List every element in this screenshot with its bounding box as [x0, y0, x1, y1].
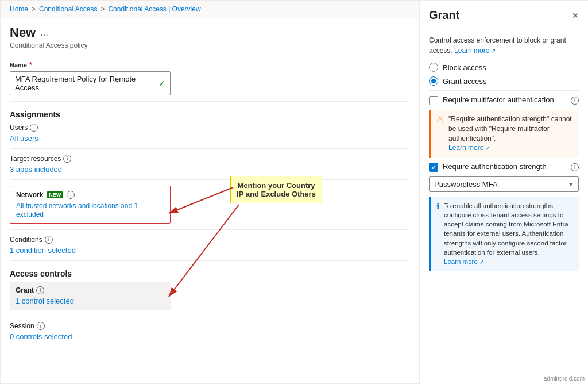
users-label: Users i	[10, 124, 409, 132]
session-info-icon[interactable]: i	[37, 322, 45, 330]
require-mfa-label: Require multifactor authentication	[443, 95, 554, 105]
new-badge: NEW	[47, 191, 63, 198]
breadcrumb-sep1: >	[32, 5, 36, 13]
divider-1	[10, 101, 409, 102]
annotation-box: Mention your Country IP and Exclude Othe…	[230, 176, 322, 203]
assignments-title: Assignments	[10, 110, 409, 119]
network-value[interactable]: All trusted networks and locations and 1…	[16, 202, 138, 218]
breadcrumb: Home > Conditional Access > Conditional …	[1, 1, 419, 18]
session-value[interactable]: 0 controls selected	[10, 332, 72, 341]
required-star: *	[29, 61, 32, 69]
warning-box-inner: ⚠ "Require authentication strength" cann…	[436, 114, 573, 153]
network-info-icon[interactable]: i	[67, 191, 75, 199]
learn-more-link-1[interactable]: Learn more	[454, 47, 496, 55]
name-input-box[interactable]: MFA Requirement Policy for Remote Access…	[10, 71, 171, 95]
info-box: ℹ To enable all authentication strengths…	[429, 197, 579, 271]
page-subtitle: Conditional Access policy	[10, 41, 409, 49]
passwordless-mfa-dropdown[interactable]: Passwordless MFA ▼	[429, 176, 579, 192]
grant-box[interactable]: Grant i 1 control selected	[10, 282, 171, 310]
users-value[interactable]: All users	[10, 134, 38, 143]
dropdown-value: Passwordless MFA	[434, 180, 498, 189]
check-icon: ✓	[158, 79, 165, 88]
warning-text: "Require authentication strength" cannot…	[448, 114, 573, 153]
divider-4	[10, 229, 409, 230]
target-info-icon[interactable]: i	[63, 155, 71, 163]
target-resources-value[interactable]: 3 apps included	[10, 165, 62, 174]
warning-icon: ⚠	[436, 115, 444, 153]
footer-credit: admindroid.com	[544, 375, 585, 382]
breadcrumb-overview: Conditional Access | Overview	[108, 5, 200, 13]
breadcrumb-conditional-access[interactable]: Conditional Access	[39, 5, 97, 13]
require-mfa-row[interactable]: Require multifactor authentication i	[429, 95, 579, 105]
panel-desc: Control access enforcement to block or g…	[429, 35, 579, 56]
conditions-value[interactable]: 1 condition selected	[10, 246, 76, 255]
block-access-radio[interactable]	[429, 63, 438, 72]
users-info-icon[interactable]: i	[30, 124, 38, 132]
info-learn-more[interactable]: Learn more	[444, 258, 484, 265]
info-blue-icon: ℹ	[436, 202, 439, 266]
page-ellipsis[interactable]: ...	[40, 28, 48, 38]
divider-7	[10, 347, 409, 347]
breadcrumb-home[interactable]: Home	[10, 5, 28, 13]
block-access-row[interactable]: Block access	[429, 63, 579, 72]
page-title: New	[10, 25, 36, 40]
form-content: Name * MFA Requirement Policy for Remote…	[1, 54, 419, 384]
grant-info-icon[interactable]: i	[36, 286, 44, 294]
require-auth-strength-row[interactable]: Require authentication strength i	[429, 162, 579, 172]
require-auth-strength-checkbox[interactable]	[429, 163, 438, 172]
conditions-info-icon[interactable]: i	[45, 236, 53, 244]
network-box[interactable]: Network NEW i All trusted networks and l…	[10, 186, 171, 224]
auth-strength-info-icon[interactable]: i	[571, 163, 579, 171]
breadcrumb-sep2: >	[100, 5, 105, 13]
panel-divider	[429, 90, 579, 91]
grant-access-radio[interactable]	[429, 76, 438, 86]
grant-value[interactable]: 1 control selected	[16, 297, 74, 305]
require-mfa-info-icon[interactable]: i	[571, 97, 579, 105]
conditions-label: Conditions i	[10, 236, 409, 244]
block-access-label: Block access	[443, 63, 486, 72]
grant-box-label: Grant i	[16, 286, 165, 294]
dropdown-arrow-icon: ▼	[568, 181, 574, 187]
session-box: Session i 0 controls selected	[10, 322, 171, 341]
access-controls-title: Access controls	[10, 269, 409, 278]
info-box-inner: ℹ To enable all authentication strengths…	[436, 201, 573, 266]
right-panel: Grant ✕ Control access enforcement to bl…	[419, 0, 588, 384]
divider-3	[10, 179, 409, 180]
panel-body: Control access enforcement to block or g…	[420, 28, 588, 384]
require-auth-strength-label: Require authentication strength	[443, 162, 547, 172]
name-input-value[interactable]: MFA Requirement Policy for Remote Access	[15, 75, 155, 92]
divider-2	[10, 148, 409, 149]
panel-title: Grant	[429, 9, 459, 22]
panel-header: Grant ✕	[420, 1, 588, 28]
close-button[interactable]: ✕	[572, 11, 579, 20]
divider-6	[10, 316, 409, 316]
require-mfa-checkbox[interactable]	[429, 96, 438, 105]
warning-box: ⚠ "Require authentication strength" cann…	[429, 110, 579, 158]
session-label: Session i	[10, 322, 171, 330]
warning-learn-more[interactable]: Learn more	[448, 144, 490, 152]
page-header: New ... Conditional Access policy	[1, 18, 419, 54]
target-resources-label: Target resources i	[10, 155, 409, 163]
main-panel: Home > Conditional Access > Conditional …	[0, 0, 419, 384]
grant-access-label: Grant access	[443, 77, 487, 86]
info-text: To enable all authentication strengths, …	[444, 201, 573, 266]
network-label-row: Network NEW i	[16, 191, 164, 199]
name-label: Name *	[10, 61, 409, 69]
grant-access-row[interactable]: Grant access	[429, 76, 579, 86]
network-label: Network	[16, 191, 43, 199]
divider-5	[10, 260, 409, 261]
